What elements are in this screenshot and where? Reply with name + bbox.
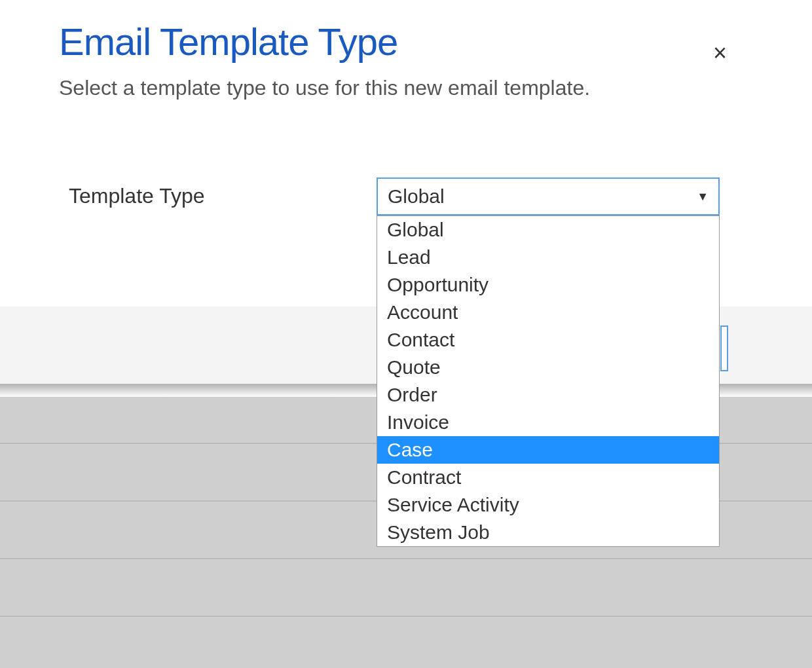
close-icon: × [713, 39, 727, 66]
grid-line [0, 558, 812, 559]
dropdown-option[interactable]: Global [377, 216, 719, 244]
dropdown-option[interactable]: Quote [377, 354, 719, 381]
dropdown-option[interactable]: Contact [377, 326, 719, 354]
dialog-title: Email Template Type [59, 20, 753, 64]
dropdown-option[interactable]: Contract [377, 464, 719, 491]
email-template-type-dialog: Email Template Type × Select a template … [0, 0, 812, 242]
dropdown-option[interactable]: Invoice [377, 409, 719, 436]
template-type-select[interactable]: Global ▼ [377, 177, 720, 215]
dropdown-option[interactable]: Opportunity [377, 271, 719, 299]
dialog-subtitle: Select a template type to use for this n… [59, 70, 753, 105]
dropdown-option[interactable]: Order [377, 381, 719, 409]
dropdown-option[interactable]: Lead [377, 244, 719, 271]
dropdown-option[interactable]: Case [377, 436, 719, 464]
chevron-down-icon: ▼ [697, 190, 709, 204]
dropdown-option[interactable]: Account [377, 299, 719, 326]
close-button[interactable]: × [713, 39, 727, 67]
template-type-select-wrapper: Global ▼ GlobalLeadOpportunityAccountCon… [377, 177, 720, 215]
footer-button-edge[interactable] [720, 325, 728, 371]
dropdown-option[interactable]: Service Activity [377, 491, 719, 519]
template-type-dropdown: GlobalLeadOpportunityAccountContactQuote… [377, 215, 720, 547]
form-area: Template Type Global ▼ GlobalLeadOpportu… [0, 105, 812, 242]
dialog-header: Email Template Type × Select a template … [0, 0, 812, 105]
grid-line [0, 616, 812, 617]
template-type-label: Template Type [69, 177, 377, 208]
template-type-selected-value: Global [388, 185, 445, 208]
dropdown-option[interactable]: System Job [377, 519, 719, 546]
template-type-row: Template Type Global ▼ GlobalLeadOpportu… [69, 177, 753, 215]
